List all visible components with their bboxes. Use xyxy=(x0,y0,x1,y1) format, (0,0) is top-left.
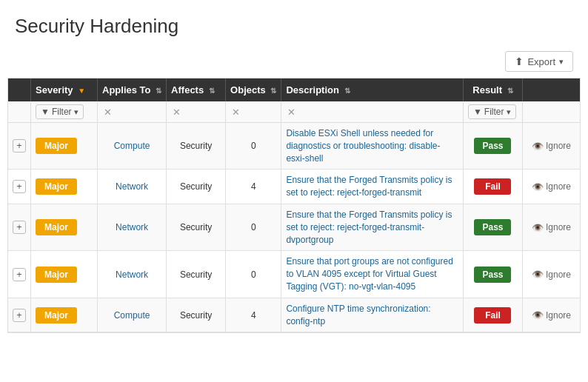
clear-description-icon[interactable]: ✕ xyxy=(286,107,297,118)
col-description-header[interactable]: Description ⇅ xyxy=(281,78,464,101)
objects-cell: 4 xyxy=(226,298,281,332)
description-cell: Ensure that the Forged Transmits policy … xyxy=(281,204,464,250)
description-cell: Ensure that port groups are not configur… xyxy=(281,251,464,298)
applies-to-cell: Network xyxy=(98,204,167,250)
action-cell: 👁️ Ignore xyxy=(522,251,580,298)
description-text: Ensure that the Forged Transmits policy … xyxy=(286,175,452,198)
expand-button[interactable]: + xyxy=(13,139,26,153)
severity-badge: Major xyxy=(36,307,77,324)
filter-affects-cell: ✕ xyxy=(167,101,226,123)
severity-cell: Major xyxy=(31,204,98,250)
result-cell: Pass xyxy=(463,204,522,250)
affects-cell: Security xyxy=(167,298,226,332)
expand-cell: + xyxy=(8,298,31,332)
expand-button[interactable]: + xyxy=(13,309,26,322)
filter-action-cell xyxy=(522,101,580,123)
severity-badge: Major xyxy=(36,138,77,154)
eye-slash-icon: 👁️ xyxy=(532,222,544,233)
security-table: Severity ▼ Applies To ⇅ Affects ⇅ Object… xyxy=(8,78,580,332)
eye-slash-icon: 👁️ xyxy=(532,141,544,152)
applies-to-cell: Compute xyxy=(98,298,167,332)
chevron-down-icon: ▾ xyxy=(559,57,564,67)
severity-cell: Major xyxy=(31,123,98,170)
action-cell: 👁️ Ignore xyxy=(522,298,580,332)
objects-cell: 0 xyxy=(226,251,281,298)
table-row: +MajorComputeSecurity4Configure NTP time… xyxy=(8,298,580,332)
description-text: Ensure that port groups are not configur… xyxy=(286,256,452,292)
filter-applies-cell: ✕ xyxy=(98,101,167,123)
ignore-button[interactable]: 👁️ Ignore xyxy=(527,267,575,282)
clear-affects-icon[interactable]: ✕ xyxy=(171,107,182,118)
col-severity-header[interactable]: Severity ▼ xyxy=(31,78,98,101)
sort-icon-affects: ⇅ xyxy=(209,87,215,95)
result-cell: Pass xyxy=(463,251,522,298)
expand-button[interactable]: + xyxy=(13,221,26,234)
description-cell: Ensure that the Forged Transmits policy … xyxy=(281,170,464,204)
objects-cell: 0 xyxy=(226,123,281,170)
col-expand-header xyxy=(8,78,31,101)
severity-cell: Major xyxy=(31,170,98,204)
applies-to-cell: Network xyxy=(98,170,167,204)
table-header-row: Severity ▼ Applies To ⇅ Affects ⇅ Object… xyxy=(8,78,580,101)
expand-cell: + xyxy=(8,123,31,170)
toolbar: ⬆ Export ▾ xyxy=(0,45,588,78)
table-row: +MajorComputeSecurity0Disable ESXi Shell… xyxy=(8,123,580,170)
filter-result-button[interactable]: ▼ Filter ▾ xyxy=(468,104,516,119)
severity-badge: Major xyxy=(36,219,77,235)
affects-cell: Security xyxy=(167,170,226,204)
export-icon: ⬆ xyxy=(515,56,524,67)
filter-severity-button[interactable]: ▼ Filter ▾ xyxy=(36,104,84,119)
description-text: Ensure that the Forged Transmits policy … xyxy=(286,210,452,245)
expand-cell: + xyxy=(8,204,31,250)
col-applies-header[interactable]: Applies To ⇅ xyxy=(98,78,167,101)
result-badge: Fail xyxy=(474,307,511,324)
filter-severity-cell: ▼ Filter ▾ xyxy=(31,101,98,123)
expand-button[interactable]: + xyxy=(13,268,26,281)
eye-slash-icon: 👁️ xyxy=(532,309,544,321)
clear-applies-icon[interactable]: ✕ xyxy=(102,107,113,118)
sort-icon-description: ⇅ xyxy=(344,87,350,95)
result-badge: Pass xyxy=(474,138,511,154)
sort-icon-severity: ▼ xyxy=(78,87,85,95)
filter-objects-cell: ✕ xyxy=(226,101,281,123)
filter-icon-result: ▼ xyxy=(473,107,482,117)
col-result-header[interactable]: Result ⇅ xyxy=(463,78,522,101)
filter-description-cell: ✕ xyxy=(281,101,464,123)
security-table-container: Severity ▼ Applies To ⇅ Affects ⇅ Object… xyxy=(7,78,581,333)
applies-to-cell: Compute xyxy=(98,123,167,170)
export-button[interactable]: ⬆ Export ▾ xyxy=(505,51,573,72)
expand-cell: + xyxy=(8,251,31,298)
affects-cell: Security xyxy=(167,204,226,250)
eye-slash-icon: 👁️ xyxy=(532,269,544,280)
description-cell: Configure NTP time synchronization: conf… xyxy=(281,298,464,332)
col-action-header xyxy=(522,78,580,101)
table-row: +MajorNetworkSecurity0Ensure that the Fo… xyxy=(8,204,580,250)
chevron-down-icon-severity: ▾ xyxy=(74,107,78,117)
ignore-button[interactable]: 👁️ Ignore xyxy=(527,179,575,195)
result-cell: Pass xyxy=(463,123,522,170)
export-label: Export xyxy=(527,56,555,67)
severity-cell: Major xyxy=(31,298,98,332)
col-objects-header[interactable]: Objects ⇅ xyxy=(226,78,281,101)
result-cell: Fail xyxy=(463,170,522,204)
affects-cell: Security xyxy=(167,123,226,170)
ignore-button[interactable]: 👁️ Ignore xyxy=(527,307,575,323)
action-cell: 👁️ Ignore xyxy=(522,204,580,250)
action-cell: 👁️ Ignore xyxy=(522,123,580,170)
clear-objects-icon[interactable]: ✕ xyxy=(230,107,241,118)
severity-cell: Major xyxy=(31,251,98,298)
page-title: Security Hardening xyxy=(15,15,573,38)
filter-icon-severity: ▼ xyxy=(41,107,50,117)
sort-icon-result: ⇅ xyxy=(507,87,513,95)
table-body: ▼ Filter ▾ ✕ ✕ ✕ ✕ xyxy=(8,101,580,332)
result-cell: Fail xyxy=(463,298,522,332)
sort-icon-objects: ⇅ xyxy=(270,87,276,95)
affects-cell: Security xyxy=(167,251,226,298)
ignore-button[interactable]: 👁️ Ignore xyxy=(527,220,575,235)
col-affects-header[interactable]: Affects ⇅ xyxy=(167,78,226,101)
page-header: Security Hardening xyxy=(0,0,588,45)
expand-button[interactable]: + xyxy=(13,180,26,193)
result-badge: Pass xyxy=(474,219,511,235)
ignore-button[interactable]: 👁️ Ignore xyxy=(527,138,575,154)
table-row: +MajorNetworkSecurity4Ensure that the Fo… xyxy=(8,170,580,204)
